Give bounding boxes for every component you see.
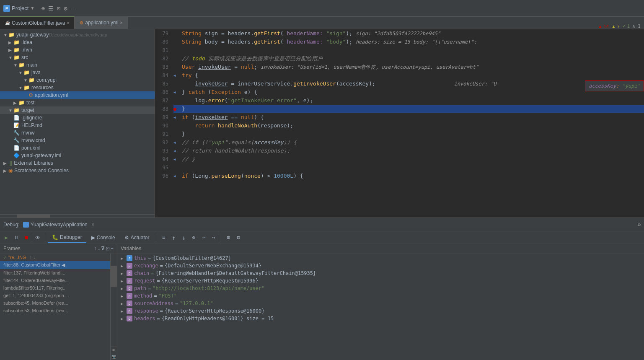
run-to-cursor-btn[interactable]: ↪ — [209, 233, 218, 242]
project-icon: P — [3, 5, 10, 12]
project-dropdown-arrow[interactable]: ▼ — [30, 6, 34, 10]
sidebar-item-help[interactable]: 📝 HELP.md — [0, 122, 155, 129]
force-step-into-btn[interactable]: ⊕ — [189, 233, 198, 242]
frame-6[interactable]: subscribe:45, MonoDefer (rea... — [0, 299, 110, 307]
var-method[interactable]: ▶ p method = "POST" — [117, 292, 644, 300]
tab-yaml[interactable]: ⚙ application.yml × — [75, 16, 128, 29]
sidebar-item-mvn[interactable]: ▶ 📁 .mvn — [0, 46, 155, 54]
frames-photo-btn[interactable]: 📷 — [111, 353, 117, 360]
var-exchange-arrow: ▶ — [121, 264, 125, 268]
yaml-icon: ⚙ — [80, 21, 83, 25]
sidebar-item-main[interactable]: ▼ 📁 main — [0, 61, 155, 69]
sidebar-item-gitignore[interactable]: 📄 .gitignore — [0, 114, 155, 122]
frames-add-btn[interactable]: + — [111, 246, 114, 251]
frames-down-btn[interactable]: ↓ — [98, 246, 100, 251]
sidebar-item-target[interactable]: ▼ 📁 target — [0, 106, 155, 114]
sidebar-item-external-libs[interactable]: ▶ ||| External Libraries — [0, 159, 155, 167]
step-out-btn[interactable]: ↩ — [199, 233, 208, 242]
frame-2[interactable]: filter:137, FilteringWebHandl... — [0, 269, 110, 277]
tab-console[interactable]: ▶ Console — [87, 232, 119, 243]
sidebar-item-resources[interactable]: ▼ 📁 resources — [0, 84, 155, 91]
sidebar-item-mvnw[interactable]: 🔧 mvnw — [0, 129, 155, 137]
variables-list[interactable]: ▶ r this = {CustomGlobalFilter@14627} ▶ … — [117, 254, 644, 360]
tab-java[interactable]: ☕ CustomGlobalFilter.java × — [0, 16, 75, 29]
resources-label: resources — [31, 85, 54, 91]
settings-icon[interactable]: ⚙ — [64, 5, 67, 12]
idea-arrow: ▶ — [8, 40, 13, 45]
tab-yaml-close[interactable]: × — [120, 21, 123, 25]
sidebar-item-com-yupi[interactable]: ▼ 📁 com.yupi — [0, 76, 155, 84]
variables-header: Variables — [117, 244, 644, 254]
new-file-icon[interactable]: ⊕ — [41, 5, 44, 12]
resources-arrow: ▼ — [18, 85, 23, 90]
sidebar-item-test[interactable]: ▶ 📁 test — [0, 99, 155, 106]
var-headers-name: headers — [134, 316, 155, 321]
var-chain[interactable]: ▶ p chain = {FilteringWebHandler$Default… — [117, 269, 644, 277]
var-path[interactable]: ▶ p path = "http://localhost:8123/api/na… — [117, 285, 644, 292]
frame-5[interactable]: get:-1, 1240004233 (org.sprin... — [0, 292, 110, 299]
minimize-icon[interactable]: — — [71, 5, 74, 12]
var-response-name: response — [134, 308, 158, 314]
tab-debugger[interactable]: 🐛 Debugger — [48, 232, 86, 243]
eye-btn[interactable]: 👁 — [33, 233, 42, 242]
sidebar-item-mvnw-cmd[interactable]: 🔧 mvnw.cmd — [0, 137, 155, 144]
show-frames-btn[interactable]: ≡ — [159, 233, 168, 242]
resume-btn[interactable]: ▶ — [2, 233, 11, 242]
resources-folder-icon: 📁 — [23, 85, 30, 91]
frames-scrollbar-track[interactable] — [111, 254, 117, 347]
sidebar-item-iml[interactable]: 🔷 yuapi-gateway.iml — [0, 152, 155, 159]
var-request[interactable]: ▶ p request = {ReactorServerHttpRequest@… — [117, 277, 644, 285]
var-this[interactable]: ▶ r this = {CustomGlobalFilter@14627} — [117, 254, 644, 262]
toolbar-sep2 — [45, 233, 45, 242]
left-action-buttons: ▶ ⏸ ⏹ 👁 — [2, 231, 42, 243]
code-line-79: String sign = headers.getFirst( headerNa… — [173, 29, 644, 38]
help-label: HELP.md — [21, 122, 42, 128]
debug-settings-icon[interactable]: ⚙ — [638, 222, 641, 228]
step-over-btn[interactable]: ↑ — [169, 233, 178, 242]
structure-icon[interactable]: ☰ — [48, 5, 54, 12]
code-line-82: // todo 实际情况应该是去数据库中查是否已分配给用户 — [173, 54, 644, 63]
var-chain-eq: = — [151, 270, 154, 276]
collapse-icon[interactable]: ⊡ — [57, 5, 60, 12]
frame-4[interactable]: lambda$filter$0:117, Filtering... — [0, 284, 110, 292]
stop-btn[interactable]: ⏹ — [22, 233, 31, 242]
sidebar-item-src[interactable]: ▼ 📁 src — [0, 54, 155, 61]
var-response[interactable]: ▶ p response = {ReactorServerHttpRespons… — [117, 307, 644, 315]
evaluate-btn[interactable]: ⊟ — [234, 233, 243, 242]
frame-running[interactable]: ✓ "re...ING ↑ ↓ — [0, 254, 110, 261]
sidebar-item-pom[interactable]: 📄 pom.xml — [0, 144, 155, 152]
sidebar-item-java[interactable]: ▼ 📁 java — [0, 69, 155, 76]
sidebar-scrollbar[interactable] — [0, 214, 155, 218]
frame-3[interactable]: filter:44, OrderedGatewayFilte... — [0, 277, 110, 284]
mvnw-file-icon: 🔧 — [13, 130, 20, 136]
frame-7[interactable]: subscribe:53, MonoDefer (rea... — [0, 307, 110, 314]
frame-1[interactable]: filter:88, CustomGlobalFilter ◀ — [0, 261, 110, 269]
tab-java-close[interactable]: × — [67, 21, 69, 25]
var-source-address[interactable]: ▶ p sourceAddress = "127.0.0.1" — [117, 300, 644, 307]
var-sa-type: p — [127, 300, 132, 306]
sidebar-item-scratches[interactable]: ▶ ◉ Scratches and Consoles — [0, 167, 155, 174]
code-content[interactable]: 79 80 81 82 83 84 85 86 87 88 89 90 91 9… — [155, 29, 644, 218]
watch-btn[interactable]: ⊞ — [224, 233, 233, 242]
tab-actuator[interactable]: ⚙ Actuator — [120, 232, 154, 243]
pom-file-icon: 📄 — [13, 145, 20, 151]
frames-list[interactable]: ✓ "re...ING ↑ ↓ filter:88, CustomGlobalF… — [0, 254, 110, 360]
frames-eye-btn[interactable]: 👁 — [111, 347, 117, 353]
frames-up-btn[interactable]: ↑ — [94, 246, 97, 251]
frames-options-btn[interactable]: ⊡ — [106, 246, 110, 251]
sidebar-root[interactable]: ▼ 📁 yuapi-gateway D:\code\yuapi-backend\… — [0, 31, 155, 39]
var-headers-val: {ReadOnlyHttpHeaders@16001} size = 15 — [162, 316, 274, 321]
src-label: src — [21, 54, 28, 60]
root-folder-icon: 📁 — [8, 32, 15, 38]
sidebar-item-idea[interactable]: ▶ 📁 .idea — [0, 39, 155, 46]
var-headers[interactable]: ▶ p headers = {ReadOnlyHttpHeaders@16001… — [117, 315, 644, 322]
pause-btn[interactable]: ⏸ — [12, 233, 21, 242]
frames-filter-btn[interactable]: ⊽ — [101, 246, 105, 251]
sidebar-item-application-yml[interactable]: ⚙ application.yml — [0, 91, 155, 99]
step-into-btn[interactable]: ↓ — [179, 233, 188, 242]
var-exchange[interactable]: ▶ p exchange = {DefaultServerWebExchange… — [117, 262, 644, 269]
project-label[interactable]: P Project ▼ — [3, 5, 34, 12]
app-close[interactable]: × — [92, 222, 94, 227]
sidebar-tree[interactable]: ▼ 📁 yuapi-gateway D:\code\yuapi-backend\… — [0, 29, 155, 214]
top-bar-actions: ⊕ ☰ ⊡ ⚙ — — [41, 5, 74, 12]
